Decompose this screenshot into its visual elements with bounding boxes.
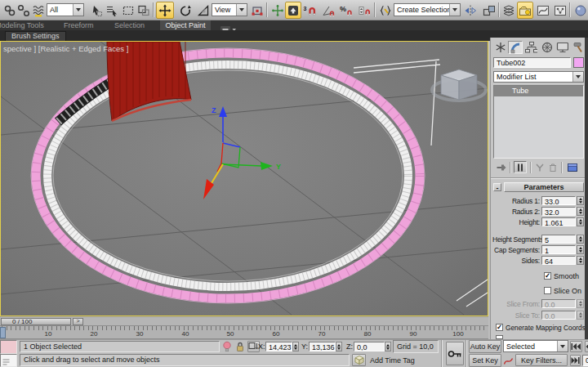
time-slider-track[interactable]: 0 / 100 > bbox=[0, 316, 488, 325]
slice-on-checkbox[interactable] bbox=[544, 287, 551, 294]
hierarchy-tab-icon[interactable] bbox=[523, 41, 538, 54]
material-editor-icon[interactable] bbox=[573, 2, 588, 18]
x-spinner[interactable] bbox=[292, 342, 299, 351]
tab-modeling-tools[interactable]: Modeling Tools bbox=[0, 21, 44, 29]
scale-icon[interactable] bbox=[195, 2, 211, 18]
generate-mapping-checkbox[interactable]: ✓ bbox=[496, 324, 503, 331]
pivot-center-icon[interactable] bbox=[249, 2, 265, 18]
snap-3d-icon[interactable]: 3 bbox=[302, 2, 318, 18]
move-icon[interactable] bbox=[156, 2, 174, 19]
tube-ring-object[interactable] bbox=[31, 48, 425, 303]
chevron-down-icon[interactable] bbox=[73, 4, 83, 16]
rect-selection-icon[interactable] bbox=[120, 2, 136, 18]
auto-key-button[interactable]: Auto Key bbox=[469, 340, 501, 353]
go-to-start-icon[interactable] bbox=[570, 341, 582, 352]
height-spinner[interactable] bbox=[577, 217, 584, 226]
radius1-field[interactable]: 33,0 bbox=[541, 196, 576, 205]
spinner-snap-icon[interactable] bbox=[356, 2, 372, 18]
viewport-canvas[interactable]: Z Y bbox=[1, 42, 488, 316]
configure-modifier-sets-icon[interactable] bbox=[567, 162, 578, 177]
radius2-spinner[interactable] bbox=[577, 207, 584, 216]
unlink-selection-icon[interactable] bbox=[16, 2, 31, 18]
utilities-tab-icon[interactable] bbox=[570, 41, 585, 54]
y-spinner[interactable] bbox=[336, 342, 342, 351]
keyboard-override-icon[interactable] bbox=[285, 2, 301, 19]
next-frame-button[interactable]: > bbox=[73, 318, 83, 325]
previous-frame-icon[interactable] bbox=[585, 341, 588, 352]
percent-snap-icon[interactable]: % bbox=[338, 2, 354, 18]
key-filters-button[interactable]: Key Filters... bbox=[515, 354, 568, 366]
rotate-icon[interactable] bbox=[177, 2, 193, 18]
reference-coordinate-dropdown[interactable]: View bbox=[212, 3, 247, 16]
viewport-label[interactable]: spective ] [Realistic + Edged Faces ] bbox=[3, 44, 128, 53]
tab-selection[interactable]: Selection bbox=[114, 21, 145, 29]
selection-set-dropdown[interactable]: Create Selection Se bbox=[394, 3, 461, 16]
radius2-field[interactable]: 32,0 bbox=[541, 207, 576, 216]
modifier-stack-item-tube[interactable]: Tube bbox=[494, 86, 583, 96]
perspective-viewport[interactable]: Z Y spective ] [Realistic + Edged Faces … bbox=[0, 41, 488, 316]
chevron-down-icon[interactable] bbox=[236, 4, 247, 16]
default-tangent-icon[interactable] bbox=[503, 355, 514, 367]
tab-brush-settings[interactable]: Brush Settings bbox=[5, 31, 66, 41]
rollout-header-parameters[interactable]: Parameters bbox=[504, 182, 584, 192]
rollout-collapse-button[interactable]: - bbox=[493, 183, 501, 191]
chevron-down-icon[interactable] bbox=[557, 341, 568, 351]
cap-segments-field[interactable]: 1 bbox=[541, 245, 576, 254]
z-coordinate-field[interactable]: 0,0 bbox=[354, 342, 385, 351]
x-axis-arrow[interactable] bbox=[212, 164, 223, 183]
sides-spinner[interactable] bbox=[577, 256, 584, 265]
y-coordinate-field[interactable]: 13,136 bbox=[309, 342, 336, 351]
height-field[interactable]: 1,061 bbox=[541, 217, 576, 226]
maxscript-mini-listener[interactable] bbox=[0, 354, 17, 367]
radius1-spinner[interactable] bbox=[577, 196, 584, 205]
current-frame-marker[interactable] bbox=[0, 327, 6, 338]
time-tag-icon[interactable] bbox=[352, 354, 366, 366]
schematic-view-icon[interactable] bbox=[552, 2, 568, 18]
macro-recorder-mini[interactable] bbox=[0, 340, 17, 354]
view-cube[interactable] bbox=[432, 69, 486, 101]
chevron-down-icon[interactable] bbox=[449, 4, 460, 16]
x-coordinate-field[interactable]: 14,423 bbox=[265, 342, 292, 351]
show-end-result-icon[interactable] bbox=[514, 161, 527, 173]
height-segments-field[interactable]: 5 bbox=[541, 235, 576, 244]
window-crossing-icon[interactable] bbox=[136, 2, 151, 18]
key-default-dropdown[interactable]: Selected bbox=[503, 340, 568, 352]
named-selection-sets-icon[interactable] bbox=[377, 2, 393, 18]
bind-spacewarp-icon[interactable] bbox=[30, 2, 46, 18]
track-bar[interactable]: 0 10 20 30 40 50 60 70 80 90 100 bbox=[0, 325, 488, 339]
current-frame-field[interactable]: 0 bbox=[582, 355, 588, 366]
select-by-name-icon[interactable] bbox=[104, 2, 119, 18]
add-time-tag-label[interactable]: Add Time Tag bbox=[370, 356, 415, 365]
red-tube-object[interactable] bbox=[107, 42, 191, 121]
display-tab-icon[interactable] bbox=[555, 41, 569, 54]
curve-editor-icon[interactable] bbox=[535, 2, 550, 18]
pin-stack-icon[interactable] bbox=[496, 162, 507, 177]
tab-freeform[interactable]: Freeform bbox=[64, 21, 94, 29]
object-name-field[interactable]: Tube002 bbox=[493, 57, 571, 68]
manipulate-icon[interactable] bbox=[270, 2, 285, 18]
height-segments-spinner[interactable] bbox=[577, 235, 584, 244]
make-unique-icon[interactable] bbox=[534, 162, 546, 177]
ribbon-toggle-icon[interactable] bbox=[517, 2, 533, 19]
align-icon[interactable] bbox=[481, 2, 497, 18]
time-slider-handle[interactable]: 0 / 100 bbox=[1, 318, 71, 325]
object-color-swatch[interactable] bbox=[573, 57, 584, 68]
modifier-stack[interactable]: Tube bbox=[493, 85, 584, 159]
motion-tab-icon[interactable] bbox=[539, 41, 554, 54]
go-to-end-icon[interactable] bbox=[570, 355, 581, 366]
set-key-button[interactable]: Set Key bbox=[469, 354, 501, 367]
z-spinner[interactable] bbox=[385, 342, 391, 351]
modify-tab-icon[interactable] bbox=[508, 41, 523, 54]
modifier-list-dropdown[interactable]: Modifier List bbox=[493, 71, 584, 83]
tab-object-paint[interactable]: Object Paint bbox=[160, 20, 211, 30]
move-gizmo[interactable]: Z Y bbox=[203, 106, 281, 199]
cap-segments-spinner[interactable] bbox=[577, 245, 584, 254]
remove-modifier-icon[interactable] bbox=[547, 162, 559, 177]
layer-manager-icon[interactable] bbox=[501, 2, 516, 18]
select-object-icon[interactable] bbox=[88, 2, 104, 18]
sides-field[interactable]: 64 bbox=[541, 256, 576, 265]
chevron-down-icon[interactable] bbox=[572, 72, 583, 82]
panel-scrollbar[interactable] bbox=[585, 38, 588, 339]
key-mode-icon[interactable] bbox=[446, 342, 464, 365]
angle-snap-icon[interactable] bbox=[320, 2, 336, 18]
